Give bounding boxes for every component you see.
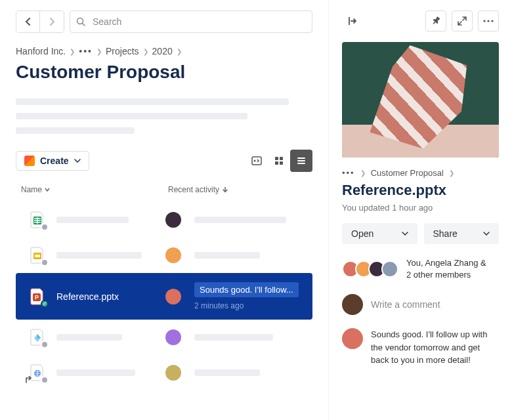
avatar — [342, 294, 363, 315]
svg-line-1 — [83, 24, 85, 26]
back-button[interactable] — [16, 11, 40, 32]
comment-input[interactable]: Write a comment — [371, 299, 499, 310]
nav-button-group — [16, 10, 64, 33]
skeleton-line — [194, 217, 286, 223]
chevron-right-icon — [48, 18, 56, 26]
view-embed-button[interactable] — [245, 150, 268, 172]
expand-icon — [458, 16, 467, 26]
collapse-right-icon — [347, 16, 358, 26]
file-meta: You updated 1 hour ago — [342, 203, 499, 213]
grid-icon — [274, 156, 284, 165]
svg-point-25 — [491, 20, 493, 22]
chevron-right-icon: ❯ — [177, 48, 182, 55]
breadcrumb-more[interactable]: ••• — [342, 168, 355, 178]
side-breadcrumb: ••• ❯ Customer Proposal ❯ — [342, 168, 499, 178]
chevron-left-icon — [24, 18, 32, 26]
avatar-stack — [342, 261, 398, 278]
skeleton-line — [56, 217, 129, 223]
open-button[interactable]: Open — [342, 223, 417, 244]
file-badge — [41, 376, 49, 384]
create-label: Create — [40, 156, 69, 166]
skeleton-line — [56, 334, 122, 341]
breadcrumb-year[interactable]: 2020 — [152, 46, 173, 56]
file-preview[interactable] — [342, 42, 499, 158]
search-icon — [76, 17, 85, 26]
share-button[interactable]: Share — [424, 223, 500, 244]
chevron-right-icon: ❯ — [96, 48, 102, 55]
file-title: Reference.pptx — [342, 182, 499, 199]
file-badge-check: ✓ — [41, 300, 49, 308]
members-text: You, Angela Zhang & 2 other members — [406, 257, 486, 281]
members-row[interactable]: You, Angela Zhang & 2 other members — [342, 257, 499, 281]
comment: Sounds good. I'll follow up with the ven… — [342, 328, 499, 367]
svg-text:P: P — [35, 294, 39, 301]
shortcut-icon — [25, 376, 33, 384]
search-box — [70, 10, 312, 33]
file-row-selected[interactable]: P ✓ Reference.pptx Sounds good. I'll fol… — [16, 273, 312, 320]
file-row[interactable] — [16, 202, 312, 238]
create-icon — [24, 156, 35, 166]
table-header: Name Recent activity — [16, 182, 312, 197]
toolbar: Create — [16, 150, 312, 172]
avatar — [165, 212, 181, 228]
create-button[interactable]: Create — [16, 151, 89, 171]
chevron-down-icon — [45, 187, 50, 192]
comment-text: Sounds good. I'll follow up with the ven… — [371, 328, 499, 367]
avatar — [165, 247, 181, 263]
embed-icon — [251, 156, 262, 166]
svg-point-3 — [254, 160, 256, 162]
column-name-header[interactable]: Name — [21, 185, 168, 194]
view-toggle — [245, 150, 312, 172]
chevron-right-icon: ❯ — [70, 48, 75, 55]
file-badge — [41, 341, 49, 348]
svg-point-23 — [483, 20, 485, 22]
chevron-down-icon — [483, 230, 490, 237]
side-toolbar — [342, 10, 499, 32]
view-list-button[interactable] — [290, 150, 312, 172]
comment-input-row[interactable]: Write a comment — [342, 294, 499, 315]
svg-rect-7 — [280, 161, 283, 165]
arrow-down-icon — [222, 186, 228, 193]
avatar — [165, 365, 181, 381]
avatar — [165, 289, 181, 304]
more-horizontal-icon — [483, 20, 494, 22]
file-badge — [41, 223, 49, 231]
svg-rect-18 — [35, 255, 40, 257]
breadcrumb-root[interactable]: Hanford Inc. — [16, 46, 66, 56]
side-actions: Open Share — [342, 223, 499, 244]
comment-preview: Sounds good. I'll follow... — [194, 282, 299, 297]
forward-button — [40, 11, 64, 32]
skeleton-line — [194, 334, 273, 341]
search-input[interactable] — [70, 10, 312, 33]
collapse-panel-button[interactable] — [342, 10, 363, 32]
file-row[interactable] — [16, 238, 312, 273]
page-title: Customer Proposal — [16, 62, 312, 83]
top-nav — [16, 10, 312, 33]
skeleton-line — [56, 252, 142, 259]
breadcrumb-projects[interactable]: Projects — [106, 46, 139, 56]
file-row[interactable] — [16, 320, 312, 355]
svg-point-24 — [487, 20, 489, 22]
avatar — [342, 328, 363, 349]
column-activity-header[interactable]: Recent activity — [168, 185, 228, 194]
svg-rect-2 — [252, 157, 261, 165]
list-icon — [297, 156, 306, 165]
expand-button[interactable] — [452, 10, 473, 32]
chevron-down-icon — [74, 158, 81, 164]
file-row[interactable] — [16, 355, 312, 390]
more-actions-button[interactable] — [478, 10, 499, 32]
activity-time: 2 minutes ago — [194, 301, 299, 310]
skeleton-line — [16, 113, 247, 119]
breadcrumb-more[interactable]: ••• — [79, 46, 93, 56]
pin-button[interactable] — [425, 10, 446, 32]
avatar — [165, 329, 181, 345]
skeleton-line — [194, 369, 260, 376]
svg-rect-6 — [275, 161, 278, 165]
main-panel: Hanford Inc. ❯ ••• ❯ Projects ❯ 2020 ❯ C… — [0, 0, 328, 420]
chevron-down-icon — [402, 230, 408, 237]
view-grid-button[interactable] — [268, 150, 290, 172]
skeleton-line — [194, 252, 260, 259]
skeleton-line — [16, 98, 289, 105]
file-name: Reference.pptx — [56, 291, 155, 302]
side-breadcrumb-item[interactable]: Customer Proposal — [371, 168, 444, 178]
